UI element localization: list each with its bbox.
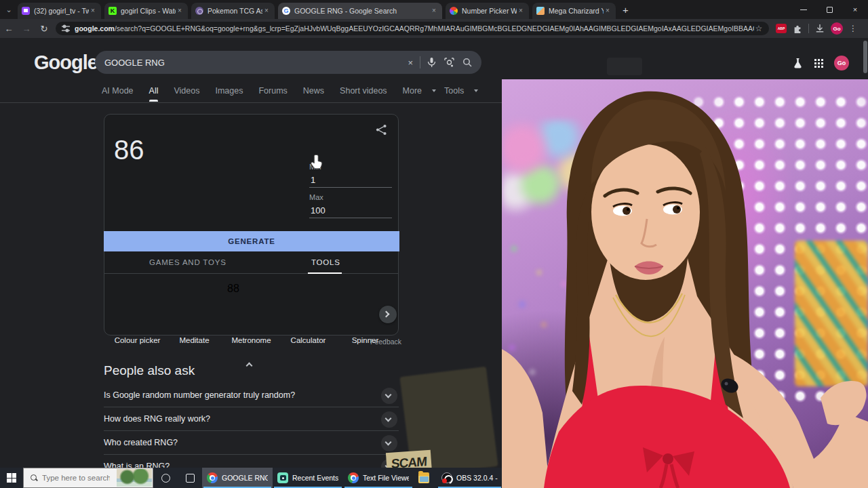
- expand-question-icon[interactable]: [381, 411, 397, 428]
- tool-label: Calculator: [284, 336, 332, 344]
- cortana-button[interactable]: [153, 468, 178, 488]
- max-label: Max: [309, 193, 323, 201]
- clear-search-icon[interactable]: ×: [408, 58, 413, 68]
- google-logo[interactable]: Google: [34, 52, 98, 74]
- paa-question-row[interactable]: Is Google random number generator truly …: [104, 384, 399, 407]
- account-avatar[interactable]: Go: [834, 56, 849, 70]
- streamer-person: [502, 79, 868, 488]
- result-filter-tab[interactable]: AI Mode: [102, 86, 134, 102]
- tool-card[interactable]: 88: [227, 283, 275, 331]
- voice-search-icon[interactable]: [427, 58, 436, 68]
- site-settings-icon[interactable]: [61, 24, 71, 33]
- taskbar-app-icon: [441, 472, 452, 483]
- taskbar-app-button[interactable]: OBS 32.0.4 - Profile...: [437, 468, 502, 488]
- taskbar-app-icon: [418, 472, 429, 483]
- start-button[interactable]: [0, 468, 23, 488]
- carousel-next-button[interactable]: [379, 306, 397, 323]
- forward-button[interactable]: →: [18, 24, 35, 34]
- expand-question-icon[interactable]: [381, 435, 397, 451]
- lens-search-icon[interactable]: [444, 58, 454, 68]
- bookmark-star-icon[interactable]: ☆: [754, 24, 764, 33]
- tools-carousel: Colour picker Meditate 88: [113, 283, 389, 344]
- tab-strip: (32) gogirl_tv - Twitch × K gogirl Clips…: [18, 0, 616, 19]
- google-apps-grid-icon[interactable]: [814, 58, 823, 68]
- webcam-overlay: [502, 79, 868, 488]
- result-filter-tab[interactable]: All: [149, 86, 159, 102]
- tool-card[interactable]: [113, 283, 161, 331]
- people-also-ask-menu-icon[interactable]: ⋮: [182, 367, 190, 376]
- reload-button[interactable]: ↻: [35, 24, 53, 34]
- taskbar-search-input[interactable]: [42, 474, 110, 482]
- labs-flask-icon[interactable]: [793, 58, 803, 68]
- result-filter-tab[interactable]: More: [403, 86, 429, 102]
- tool-card-cell: Meditate: [170, 283, 218, 344]
- result-filter-tab[interactable]: Forums: [258, 86, 287, 102]
- taskbar-search[interactable]: [23, 468, 153, 488]
- paa-question-row[interactable]: Who created RNG?: [104, 431, 399, 455]
- category-tabs: GAMES AND TOYS TOOLS: [104, 251, 399, 274]
- expand-question-icon[interactable]: [381, 388, 397, 404]
- url-domain: google.com: [75, 24, 115, 33]
- address-bar[interactable]: google.com/search?q=GOOGLE+RNG&oq=google…: [56, 22, 769, 35]
- tab-games-and-toys[interactable]: GAMES AND TOYS: [149, 258, 226, 266]
- tab-close-icon[interactable]: ×: [89, 7, 97, 14]
- result-filter-tab[interactable]: Short videos: [340, 86, 387, 102]
- collapse-widget-icon[interactable]: [247, 359, 252, 371]
- window-controls: ×: [791, 0, 868, 19]
- tab-close-icon[interactable]: ×: [262, 7, 271, 14]
- tab-close-icon[interactable]: ×: [517, 7, 525, 14]
- result-filter-tab[interactable]: News: [303, 86, 324, 102]
- taskbar-app-icon: [348, 472, 359, 483]
- tab-tools[interactable]: TOOLS: [311, 258, 340, 266]
- new-tab-button[interactable]: +: [623, 4, 629, 16]
- taskbar-app-button[interactable]: GOOGLE RNG - Go...: [202, 468, 273, 488]
- taskbar-apps: GOOGLE RNG - Go... Recent Events - Go...…: [202, 468, 502, 488]
- taskbar-app-button[interactable]: [414, 468, 437, 488]
- result-filter-tab[interactable]: Tools: [444, 86, 471, 102]
- result-filter-tab[interactable]: Videos: [174, 86, 199, 102]
- tool-card[interactable]: [284, 283, 332, 331]
- tab-close-icon[interactable]: ×: [604, 7, 612, 14]
- max-input[interactable]: 100: [311, 205, 326, 216]
- browser-toolbar: ← → ↻ google.com/search?q=GOOGLE+RNG&oq=…: [0, 19, 868, 38]
- tool-card[interactable]: [170, 283, 218, 331]
- minimize-button[interactable]: [791, 0, 816, 19]
- downloads-icon[interactable]: [815, 24, 825, 33]
- browser-tab[interactable]: K gogirl Clips - Watch Live on Kic ×: [104, 3, 188, 19]
- search-box[interactable]: GOOGLE RNG ×: [95, 51, 481, 74]
- search-query[interactable]: GOOGLE RNG: [104, 58, 408, 68]
- tab-close-icon[interactable]: ×: [430, 7, 438, 14]
- tab-search-icon[interactable]: ⌄: [0, 5, 18, 14]
- browser-tab[interactable]: Mega Charizard Y ex #294 Pric ×: [532, 3, 616, 19]
- toolbar-divider: [808, 24, 809, 33]
- min-input[interactable]: 1: [311, 175, 315, 185]
- result-filter-tab[interactable]: Images: [215, 86, 243, 102]
- profile-avatar[interactable]: Go: [831, 22, 843, 35]
- feedback-link[interactable]: Feedback: [370, 338, 401, 346]
- taskbar-app-button[interactable]: Text File Viewer - G...: [343, 468, 414, 488]
- browser-menu-icon[interactable]: ⋮: [849, 24, 857, 33]
- browser-tab[interactable]: Number Picker Wheel - Pick Ra ×: [446, 3, 529, 19]
- tab-title: (32) gogirl_tv - Twitch: [34, 7, 89, 15]
- adblock-extension-icon[interactable]: ABP: [776, 24, 787, 33]
- browser-tab[interactable]: (32) gogirl_tv - Twitch ×: [18, 3, 101, 19]
- search-submit-icon[interactable]: [462, 58, 472, 67]
- extensions-puzzle-icon[interactable]: [793, 24, 802, 33]
- browser-tab[interactable]: G GOOGLE RNG - Google Search ×: [278, 3, 442, 19]
- paa-question-row[interactable]: How does RNG really work?: [104, 407, 399, 431]
- share-icon[interactable]: [376, 124, 387, 136]
- back-button[interactable]: ←: [0, 24, 18, 34]
- page-scrollbar[interactable]: [863, 41, 867, 73]
- taskbar-app-button[interactable]: Recent Events - Go...: [273, 468, 343, 488]
- browser-tab[interactable]: Pokemon TCG Ascended Heroe ×: [191, 3, 275, 19]
- task-view-button[interactable]: [178, 468, 202, 488]
- taskbar-app-label: OBS 32.0.4 - Profile...: [456, 474, 498, 482]
- maximize-button[interactable]: [816, 0, 842, 19]
- generate-button[interactable]: GENERATE: [104, 231, 399, 251]
- header-icons: Go: [793, 56, 849, 70]
- search-highlight-image[interactable]: [117, 469, 152, 487]
- paa-question-text: Who created RNG?: [104, 438, 178, 447]
- tab-close-icon[interactable]: ×: [176, 7, 184, 14]
- close-button[interactable]: ×: [842, 0, 868, 19]
- min-underline: [309, 187, 392, 188]
